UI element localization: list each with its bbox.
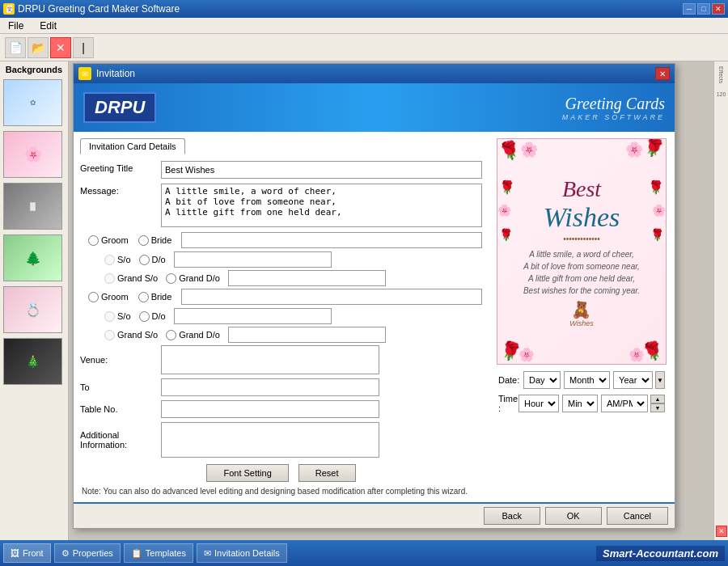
greeting-title-input[interactable] [161, 161, 482, 179]
back-button[interactable]: Back [484, 507, 540, 525]
bride-radio-1[interactable]: Bride [138, 235, 172, 246]
so-radio-2[interactable]: S/o [104, 311, 131, 322]
card-preview: 🌹 🌸 🌹 🌸 🌹 🌸 🌹 🌸 🌹 [497, 138, 667, 365]
effects-close-btn[interactable]: ✕ [716, 526, 727, 537]
toolbar-extra-btn[interactable]: | [73, 37, 94, 58]
groom-label-2: Groom [101, 292, 129, 302]
taskbar-front-item[interactable]: 🖼 Front [3, 543, 51, 563]
card-wishes-small: Wishes [523, 319, 640, 327]
groom-bride-input-2[interactable] [181, 289, 482, 305]
toolbar-delete-btn[interactable]: ✕ [50, 37, 71, 58]
table-input[interactable] [161, 400, 379, 418]
sidebar-thumb-3[interactable]: ▓ [3, 183, 62, 230]
so-do-row-2: S/o D/o [80, 308, 482, 324]
sidebar-thumb-4[interactable]: 🌲 [3, 234, 62, 281]
so-label-1: S/o [117, 255, 131, 264]
card-poem-line-4: Best wishes for the coming year. [523, 285, 640, 297]
app-icon: 🃏 [3, 3, 15, 15]
venue-textarea[interactable] [161, 345, 379, 374]
additional-textarea[interactable] [161, 422, 379, 458]
taskbar-properties-item[interactable]: ⚙ Properties [54, 543, 121, 563]
dialog-icon: ✉ [78, 67, 91, 80]
card-poem-line-3: A little gift from one held dear, [523, 272, 640, 285]
min-select[interactable]: Min [562, 395, 598, 412]
venue-row: Venue: [80, 345, 482, 374]
bride-radio-2[interactable]: Bride [138, 292, 172, 302]
grand-do-input-2[interactable] [228, 327, 386, 343]
sidebar-thumb-5[interactable]: 💍 [3, 286, 62, 333]
card-wishes-text: Wishes [523, 202, 640, 233]
ok-button[interactable]: OK [545, 507, 602, 525]
datetime-area: Date: Day Month Year ▼ [495, 371, 668, 418]
grand-so-radio-2[interactable]: Grand S/o [104, 330, 158, 340]
groom-radio-2[interactable]: Groom [88, 292, 129, 302]
so-radio-1[interactable]: S/o [104, 255, 131, 265]
greeting-title: Greeting Cards [562, 95, 665, 113]
groom-radio-1[interactable]: Groom [88, 235, 129, 246]
to-input[interactable] [161, 378, 379, 396]
sidebar-thumb-6[interactable]: 🎄 [3, 338, 62, 385]
grand-do-radio-1[interactable]: Grand D/o [166, 273, 220, 284]
card-poem-line-1: A little smile, a word of cheer, [523, 248, 640, 260]
taskbar-templates-item[interactable]: 📋 Templates [124, 543, 193, 563]
bottom-button-bar: Back OK Cancel [74, 502, 675, 528]
date-row: Date: Day Month Year ▼ [498, 371, 665, 389]
outer-titlebar: 🃏 DRPU Greeting Card Maker Software ─ □ … [0, 0, 728, 18]
titlebar-controls: ─ □ ✕ [683, 3, 725, 15]
font-setting-button[interactable]: Font Setting [206, 464, 288, 482]
taskbar-invitation-details-item[interactable]: ✉ Invitation Details [197, 543, 287, 563]
ampm-select[interactable]: AM/PM [601, 395, 648, 412]
card-text: Best Wishes ••••••••••••• A little smile… [515, 168, 648, 336]
time-row: Time : Hour Min AM/PM [498, 394, 665, 413]
groom-bride-row-2: Groom Bride [80, 289, 482, 305]
grand-so-radio-1[interactable]: Grand S/o [104, 273, 158, 284]
month-select[interactable]: Month [564, 371, 610, 389]
year-select[interactable]: Year [613, 371, 653, 389]
menu-edit[interactable]: Edit [36, 19, 60, 32]
day-select[interactable]: Day [523, 371, 561, 389]
groom-bride-input-1[interactable] [181, 232, 482, 248]
taskbar-logo: Smart-Accountant.com [596, 546, 725, 561]
dialog-header: DRPU Greeting Cards MAKER SOFTWARE [74, 83, 675, 132]
time-down-btn[interactable]: ▼ [650, 403, 665, 412]
bride-label-2: Bride [151, 292, 172, 302]
do-label-1: D/o [152, 255, 166, 264]
so-do-input-1[interactable] [174, 251, 332, 268]
toolbar-new-btn[interactable]: 📄 [5, 37, 26, 58]
sidebar-thumb-1[interactable]: ✿ [3, 79, 62, 126]
tab-invitation-card-details[interactable]: Invitation Card Details [80, 138, 185, 154]
dialog-titlebar: ✉ Invitation ✕ [74, 64, 675, 83]
time-up-btn[interactable]: ▲ [650, 395, 665, 403]
message-textarea[interactable]: A little smile, a word of cheer, A bit o… [161, 184, 482, 227]
to-row: To [80, 378, 482, 396]
menu-file[interactable]: File [5, 19, 27, 32]
maximize-button[interactable]: □ [697, 3, 710, 15]
cancel-button[interactable]: Cancel [607, 507, 668, 525]
sidebar-label: Backgrounds [3, 65, 65, 74]
toolbar-open-btn[interactable]: 📂 [28, 37, 49, 58]
date-dropdown-btn[interactable]: ▼ [655, 371, 665, 389]
effects-value: 120 [717, 91, 726, 97]
close-button[interactable]: ✕ [712, 3, 725, 15]
tab-bar: Invitation Card Details [80, 138, 482, 154]
grand-row-2: Grand S/o Grand D/o [80, 327, 482, 343]
invitation-dialog: ✉ Invitation ✕ DRPU Greeting Cards MAKER… [73, 63, 675, 529]
table-label: Table No. [80, 404, 161, 414]
grand-do-radio-2[interactable]: Grand D/o [166, 330, 220, 340]
front-label: Front [23, 548, 44, 558]
card-bear-icon: 🧸 [523, 300, 640, 319]
properties-icon: ⚙ [61, 548, 70, 559]
reset-button[interactable]: Reset [298, 464, 356, 482]
dialog-close-button[interactable]: ✕ [655, 67, 670, 80]
toolbar: 📄 📂 ✕ | [0, 34, 728, 61]
do-radio-2[interactable]: D/o [139, 311, 166, 322]
do-radio-1[interactable]: D/o [139, 255, 166, 265]
sidebar-thumb-2[interactable]: 🌸 [3, 131, 62, 178]
taskbar: 🖼 Front ⚙ Properties 📋 Templates ✉ Invit… [0, 540, 728, 566]
to-label: To [80, 382, 161, 392]
hour-select[interactable]: Hour [518, 395, 559, 412]
minimize-button[interactable]: ─ [683, 3, 696, 15]
greeting-logo: Greeting Cards MAKER SOFTWARE [562, 95, 665, 121]
so-do-input-2[interactable] [174, 308, 332, 324]
grand-do-input-1[interactable] [228, 270, 386, 286]
